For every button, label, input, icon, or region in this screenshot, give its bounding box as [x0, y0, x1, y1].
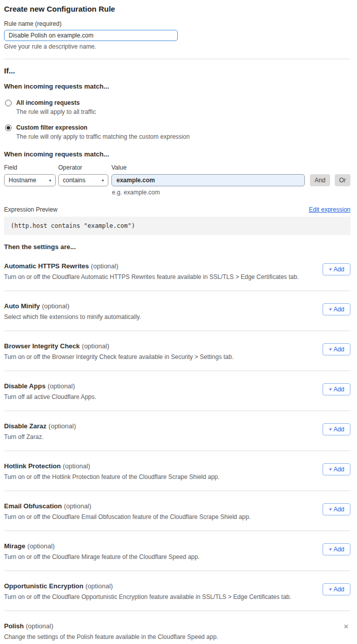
optional-label: (optional): [48, 382, 75, 390]
setting-name: Opportunistic Encryption: [4, 582, 84, 590]
rule-name-label: Rule name (required): [4, 20, 350, 27]
page-title: Create new Configuration Rule: [4, 5, 350, 14]
optional-label: (optional): [42, 302, 69, 310]
operator-select-value: contains: [63, 177, 86, 184]
or-button[interactable]: Or: [335, 174, 350, 186]
setting-description: Turn on or off the Cloudflare Opportunis…: [4, 593, 291, 600]
setting-description: Turn off Zaraz.: [4, 433, 76, 440]
setting-name: Email Obfuscation: [4, 502, 62, 510]
setting-name: Automatic HTTPS Rewrites: [4, 262, 89, 270]
radio-label: All incoming requests: [16, 99, 96, 106]
radio-option-custom-filter-expression[interactable]: Custom filter expression The rule will o…: [4, 124, 350, 140]
add-disable-zaraz-button[interactable]: + Add: [323, 423, 350, 435]
setting-row-automatic-https-rewrites: Automatic HTTPS Rewrites(optional) Turn …: [4, 251, 350, 291]
create-configuration-rule-form: Create new Configuration Rule Rule name …: [0, 0, 357, 644]
add-mirage-button[interactable]: + Add: [323, 543, 350, 555]
setting-row-email-obfuscation: Email Obfuscation(optional) Turn on or o…: [4, 491, 350, 531]
setting-name: Auto Minify: [4, 302, 40, 310]
optional-label: (optional): [86, 582, 113, 590]
optional-label: (optional): [27, 542, 55, 550]
then-settings-heading: Then the settings are...: [4, 243, 350, 251]
section-divider: [4, 59, 350, 59]
add-disable-apps-button[interactable]: + Add: [323, 383, 350, 395]
radio-button-icon[interactable]: [5, 100, 12, 106]
setting-row-browser-integrity-check: Browser Integrity Check(optional) Turn o…: [4, 331, 350, 371]
optional-label: (optional): [64, 502, 91, 510]
setting-row-opportunistic-encryption: Opportunistic Encryption(optional) Turn …: [4, 571, 350, 611]
optional-label: (optional): [91, 262, 118, 270]
radio-label: Custom filter expression: [16, 124, 190, 131]
expression-builder-heading: When incoming requests match...: [4, 150, 350, 158]
optional-label: (optional): [26, 622, 53, 630]
setting-description: Turn on or off the Browser Integrity Che…: [4, 353, 233, 360]
if-heading: If...: [4, 66, 350, 75]
field-select-value: Hostname: [9, 177, 36, 184]
expression-builder-row: Field Hostname ▾ Operator contains ▾ Val…: [4, 164, 350, 186]
rule-name-helper: Give your rule a descriptive name.: [4, 43, 350, 50]
setting-name: Disable Zaraz: [4, 422, 47, 430]
optional-label: (optional): [82, 342, 109, 350]
setting-name: Browser Integrity Check: [4, 342, 80, 350]
add-automatic-https-rewrites-button[interactable]: + Add: [323, 263, 350, 275]
radio-description: The rule will apply to all traffic: [16, 108, 96, 115]
radio-button-icon[interactable]: [5, 125, 12, 131]
value-input[interactable]: [111, 174, 305, 186]
chevron-down-icon: ▾: [49, 178, 51, 183]
add-email-obfuscation-button[interactable]: + Add: [323, 503, 350, 515]
field-label: Field: [4, 164, 56, 171]
setting-name: Mirage: [4, 542, 25, 550]
add-auto-minify-button[interactable]: + Add: [323, 303, 350, 315]
setting-row-auto-minify: Auto Minify(optional) Select which file …: [4, 291, 350, 331]
radio-description: The rule will only apply to traffic matc…: [16, 133, 190, 140]
setting-description: Turn off all active Cloudflare Apps.: [4, 393, 96, 400]
setting-name: Disable Apps: [4, 382, 46, 390]
expression-preview-code: (http.host contains "example.com"): [4, 217, 350, 235]
optional-label: (optional): [63, 462, 90, 470]
edit-expression-link[interactable]: Edit expression: [309, 206, 350, 213]
field-select[interactable]: Hostname ▾: [4, 174, 56, 186]
add-hotlink-protection-button[interactable]: + Add: [323, 463, 350, 475]
setting-row-polish: Polish(optional) Change the settings of …: [4, 611, 350, 644]
add-browser-integrity-check-button[interactable]: + Add: [323, 343, 350, 355]
setting-row-hotlink-protection: Hotlink Protection(optional) Turn on or …: [4, 451, 350, 491]
setting-description: Turn on or off the Cloudflare Mirage fea…: [4, 553, 200, 560]
setting-description: Turn on or off the Cloudflare Email Obfu…: [4, 513, 251, 520]
close-icon[interactable]: ✕: [343, 623, 349, 630]
radio-option-all-incoming-requests[interactable]: All incoming requests The rule will appl…: [4, 99, 350, 115]
chevron-down-icon: ▾: [102, 178, 104, 183]
setting-row-disable-apps: Disable Apps(optional) Turn off all acti…: [4, 371, 350, 411]
setting-row-disable-zaraz: Disable Zaraz(optional) Turn off Zaraz. …: [4, 411, 350, 451]
incoming-match-heading: When incoming requests match...: [4, 83, 350, 91]
add-opportunistic-encryption-button[interactable]: + Add: [323, 583, 350, 595]
rule-name-input[interactable]: [4, 30, 178, 41]
operator-label: Operator: [58, 164, 108, 171]
value-label: Value: [111, 164, 305, 171]
setting-name: Polish: [4, 622, 24, 630]
setting-description: Select which file extensions to minify a…: [4, 313, 141, 320]
setting-description: Turn on or off the Cloudflare Automatic …: [4, 273, 299, 280]
expression-preview-label: Expression Preview: [4, 206, 57, 213]
setting-description: Change the settings of the Polish featur…: [4, 633, 218, 640]
optional-label: (optional): [49, 422, 76, 430]
setting-name: Hotlink Protection: [4, 462, 61, 470]
setting-row-mirage: Mirage(optional) Turn on or off the Clou…: [4, 531, 350, 571]
setting-description: Turn on or off the Hotlink Protection fe…: [4, 473, 220, 480]
operator-select[interactable]: contains ▾: [58, 174, 108, 186]
value-helper: e.g. example.com: [112, 189, 350, 196]
and-button[interactable]: And: [310, 174, 330, 186]
